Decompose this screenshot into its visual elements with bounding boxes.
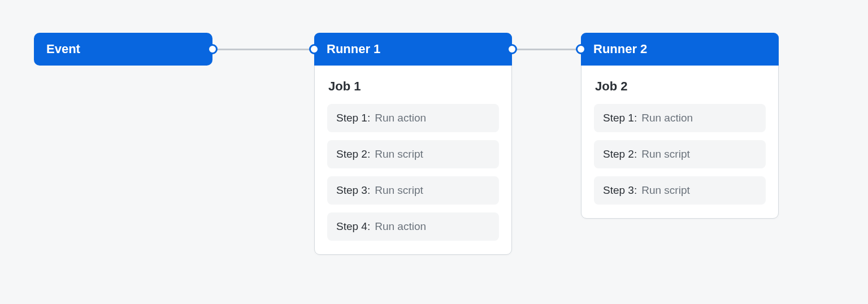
step-desc: Run script [641, 148, 690, 160]
step-desc: Run script [375, 148, 423, 160]
port-out-icon [207, 44, 218, 54]
connector-event-to-runner1 [212, 49, 314, 50]
step-label: Step 4: [336, 220, 370, 233]
step-desc: Run script [375, 184, 423, 197]
runner-2-job-body: Job 2 Step 1: Run action Step 2: Run scr… [581, 66, 778, 218]
step-label: Step 2: [336, 148, 370, 160]
step-label: Step 1: [603, 112, 637, 124]
step-desc: Run action [375, 112, 426, 124]
runner-2-header: Runner 2 [581, 33, 779, 66]
event-header: Event [34, 33, 212, 66]
step-label: Step 3: [336, 184, 370, 197]
step-desc: Run action [375, 220, 426, 233]
runner-2-step-list: Step 1: Run action Step 2: Run script St… [594, 104, 766, 205]
port-out-icon [507, 44, 517, 54]
step-desc: Run action [641, 112, 693, 124]
step-label: Step 2: [603, 148, 637, 160]
runner-1-header: Runner 1 [314, 33, 512, 66]
port-in-icon [309, 44, 319, 54]
runner-1-node: Runner 1 Job 1 Step 1: Run action Step 2… [314, 33, 512, 255]
step-item: Step 4: Run action [327, 212, 499, 241]
step-item: Step 2: Run script [594, 140, 766, 168]
connector-runner1-to-runner2 [512, 49, 581, 50]
runner-1-job-title: Job 1 [327, 79, 499, 94]
step-item: Step 1: Run action [327, 104, 499, 132]
step-item: Step 3: Run script [594, 176, 766, 205]
step-label: Step 1: [336, 112, 370, 124]
runner-1-title: Runner 1 [327, 42, 380, 56]
runner-2-title: Runner 2 [593, 42, 647, 56]
step-item: Step 1: Run action [594, 104, 766, 132]
runner-1-job-body: Job 1 Step 1: Run action Step 2: Run scr… [315, 66, 511, 254]
runner-1-step-list: Step 1: Run action Step 2: Run script St… [327, 104, 499, 241]
runner-2-node: Runner 2 Job 2 Step 1: Run action Step 2… [581, 33, 779, 219]
step-item: Step 3: Run script [327, 176, 499, 205]
event-node: Event [34, 33, 212, 66]
step-item: Step 2: Run script [327, 140, 499, 168]
port-in-icon [576, 44, 586, 54]
step-desc: Run script [641, 184, 690, 197]
step-label: Step 3: [603, 184, 637, 197]
runner-2-job-title: Job 2 [594, 79, 766, 94]
event-title: Event [46, 42, 80, 56]
